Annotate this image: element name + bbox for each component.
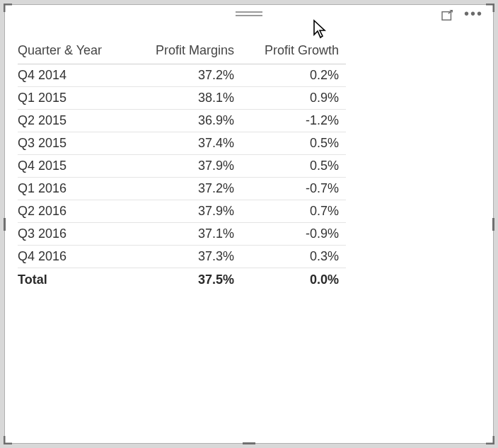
total-profit-growth: 0.0%: [241, 268, 346, 292]
cell-profit-growth: 0.7%: [241, 200, 346, 223]
table-row[interactable]: Q2 2015 36.9% -1.2%: [18, 110, 346, 132]
cell-profit-margins: 37.2%: [137, 64, 241, 87]
col-header-profit-margins[interactable]: Profit Margins: [137, 39, 241, 64]
table-row[interactable]: Q3 2015 37.4% 0.5%: [18, 132, 346, 155]
cell-quarter-year: Q4 2014: [18, 64, 137, 87]
cell-profit-growth: 0.3%: [241, 246, 346, 268]
cell-profit-margins: 37.4%: [137, 132, 241, 155]
visual-container[interactable]: ••• Quarter & Year Profit Margins Profit…: [4, 4, 494, 444]
drag-handle-icon[interactable]: [236, 11, 262, 16]
cell-quarter-year: Q4 2015: [18, 155, 137, 178]
header-actions: •••: [441, 10, 483, 21]
cell-profit-growth: 0.9%: [241, 87, 346, 110]
total-label: Total: [18, 268, 137, 292]
selection-edge-right[interactable]: [492, 218, 494, 231]
cell-profit-growth: 0.5%: [241, 155, 346, 178]
cell-quarter-year: Q3 2015: [18, 132, 137, 155]
selection-corner-bl[interactable]: [4, 433, 15, 444]
table-header-row: Quarter & Year Profit Margins Profit Gro…: [18, 39, 346, 64]
table-row[interactable]: Q4 2014 37.2% 0.2%: [18, 64, 346, 87]
more-options-icon[interactable]: •••: [464, 11, 483, 20]
cell-quarter-year: Q4 2016: [18, 246, 137, 268]
cell-profit-margins: 37.9%: [137, 200, 241, 223]
selection-edge-left[interactable]: [4, 218, 6, 231]
cell-profit-growth: -0.9%: [241, 223, 346, 246]
cell-quarter-year: Q1 2016: [18, 178, 137, 200]
cell-quarter-year: Q2 2016: [18, 200, 137, 223]
table-body: Q4 2014 37.2% 0.2% Q1 2015 38.1% 0.9% Q2…: [18, 64, 346, 292]
cell-profit-margins: 37.3%: [137, 246, 241, 268]
focus-mode-icon[interactable]: [441, 10, 454, 21]
table-row[interactable]: Q2 2016 37.9% 0.7%: [18, 200, 346, 223]
cell-quarter-year: Q1 2015: [18, 87, 137, 110]
table-row[interactable]: Q4 2016 37.3% 0.3%: [18, 246, 346, 268]
cell-profit-margins: 36.9%: [137, 110, 241, 132]
cell-profit-margins: 37.1%: [137, 223, 241, 246]
total-profit-margins: 37.5%: [137, 268, 241, 292]
cell-profit-margins: 37.2%: [137, 178, 241, 200]
cell-quarter-year: Q2 2015: [18, 110, 137, 132]
cell-profit-growth: 0.2%: [241, 64, 346, 87]
selection-edge-bottom[interactable]: [243, 442, 255, 444]
col-header-quarter-year[interactable]: Quarter & Year: [18, 39, 137, 64]
cell-profit-growth: 0.5%: [241, 132, 346, 155]
visual-header: •••: [5, 5, 493, 23]
selection-corner-br[interactable]: [483, 433, 494, 444]
table-row[interactable]: Q4 2015 37.9% 0.5%: [18, 155, 346, 178]
data-table: Quarter & Year Profit Margins Profit Gro…: [18, 39, 346, 291]
cell-profit-growth: -0.7%: [241, 178, 346, 200]
table-row[interactable]: Q1 2016 37.2% -0.7%: [18, 178, 346, 200]
table-row[interactable]: Q1 2015 38.1% 0.9%: [18, 87, 346, 110]
table-row[interactable]: Q3 2016 37.1% -0.9%: [18, 223, 346, 246]
col-header-profit-growth[interactable]: Profit Growth: [241, 39, 346, 64]
cell-profit-growth: -1.2%: [241, 110, 346, 132]
table-total-row: Total 37.5% 0.0%: [18, 268, 346, 292]
cell-quarter-year: Q3 2016: [18, 223, 137, 246]
cell-profit-margins: 38.1%: [137, 87, 241, 110]
cell-profit-margins: 37.9%: [137, 155, 241, 178]
table-visual: Quarter & Year Profit Margins Profit Gro…: [5, 23, 493, 291]
